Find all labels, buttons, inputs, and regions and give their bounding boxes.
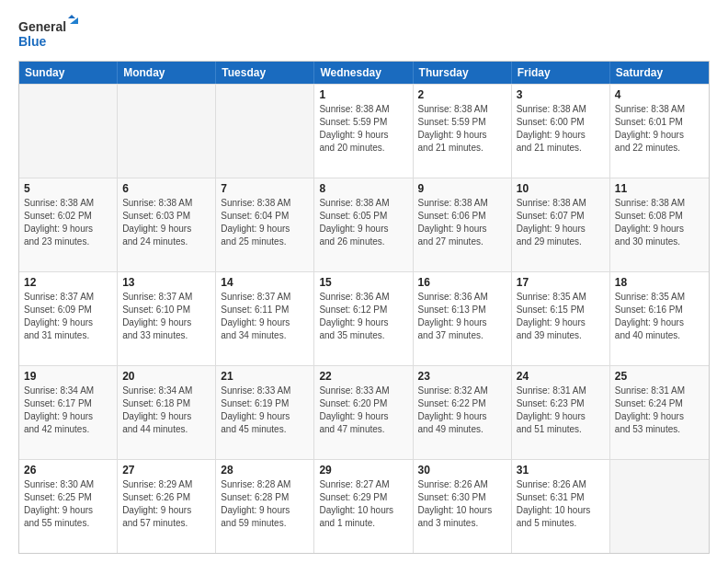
day-number: 13 xyxy=(122,276,210,289)
calendar-cell: 12Sunrise: 8:37 AM Sunset: 6:09 PM Dayli… xyxy=(19,272,118,365)
calendar-cell: 6Sunrise: 8:38 AM Sunset: 6:03 PM Daylig… xyxy=(118,178,216,271)
svg-text:Blue: Blue xyxy=(18,34,47,49)
day-number: 7 xyxy=(221,182,309,195)
day-number: 18 xyxy=(615,276,704,289)
calendar-cell: 11Sunrise: 8:38 AM Sunset: 6:08 PM Dayli… xyxy=(610,178,709,271)
day-number: 29 xyxy=(319,464,407,477)
calendar-cell: 2Sunrise: 8:38 AM Sunset: 5:59 PM Daylig… xyxy=(414,85,512,178)
calendar-cell: 23Sunrise: 8:32 AM Sunset: 6:22 PM Dayli… xyxy=(414,366,512,459)
day-number: 28 xyxy=(221,464,309,477)
calendar-cell: 21Sunrise: 8:33 AM Sunset: 6:19 PM Dayli… xyxy=(216,366,314,459)
day-info: Sunrise: 8:36 AM Sunset: 6:13 PM Dayligh… xyxy=(418,291,506,342)
weekday-header: Tuesday xyxy=(216,62,314,84)
day-number: 4 xyxy=(615,88,704,101)
day-info: Sunrise: 8:32 AM Sunset: 6:22 PM Dayligh… xyxy=(418,385,506,436)
day-number: 10 xyxy=(517,182,605,195)
day-info: Sunrise: 8:38 AM Sunset: 6:07 PM Dayligh… xyxy=(517,197,605,248)
day-info: Sunrise: 8:38 AM Sunset: 5:59 PM Dayligh… xyxy=(319,103,407,155)
calendar-row: 12Sunrise: 8:37 AM Sunset: 6:09 PM Dayli… xyxy=(19,271,709,365)
day-number: 23 xyxy=(418,370,506,383)
day-number: 17 xyxy=(517,276,605,289)
calendar-cell: 24Sunrise: 8:31 AM Sunset: 6:23 PM Dayli… xyxy=(512,366,610,459)
day-number: 9 xyxy=(418,182,506,195)
day-number: 2 xyxy=(418,88,506,101)
day-info: Sunrise: 8:36 AM Sunset: 6:12 PM Dayligh… xyxy=(319,291,407,342)
logo: General Blue xyxy=(18,15,83,52)
calendar-header: SundayMondayTuesdayWednesdayThursdayFrid… xyxy=(19,62,709,84)
day-info: Sunrise: 8:38 AM Sunset: 6:08 PM Dayligh… xyxy=(615,197,704,248)
day-info: Sunrise: 8:34 AM Sunset: 6:17 PM Dayligh… xyxy=(24,385,112,436)
day-info: Sunrise: 8:38 AM Sunset: 6:03 PM Dayligh… xyxy=(122,197,210,248)
day-info: Sunrise: 8:37 AM Sunset: 6:10 PM Dayligh… xyxy=(122,291,210,342)
svg-marker-3 xyxy=(70,17,78,24)
day-info: Sunrise: 8:38 AM Sunset: 6:01 PM Dayligh… xyxy=(615,103,704,155)
calendar-cell: 18Sunrise: 8:35 AM Sunset: 6:16 PM Dayli… xyxy=(610,272,709,365)
day-info: Sunrise: 8:26 AM Sunset: 6:30 PM Dayligh… xyxy=(418,478,506,530)
calendar-cell: 27Sunrise: 8:29 AM Sunset: 6:26 PM Dayli… xyxy=(118,460,216,553)
calendar-cell: 7Sunrise: 8:38 AM Sunset: 6:04 PM Daylig… xyxy=(216,178,314,271)
weekday-header: Saturday xyxy=(610,62,709,84)
day-number: 22 xyxy=(319,370,407,383)
day-number: 12 xyxy=(24,276,112,289)
day-number: 16 xyxy=(418,276,506,289)
day-info: Sunrise: 8:29 AM Sunset: 6:26 PM Dayligh… xyxy=(122,478,210,530)
calendar-row: 19Sunrise: 8:34 AM Sunset: 6:17 PM Dayli… xyxy=(19,365,709,459)
day-number: 31 xyxy=(517,464,605,477)
calendar-row: 1Sunrise: 8:38 AM Sunset: 5:59 PM Daylig… xyxy=(19,84,709,178)
svg-marker-2 xyxy=(68,15,75,18)
day-info: Sunrise: 8:38 AM Sunset: 6:06 PM Dayligh… xyxy=(418,197,506,248)
day-number: 26 xyxy=(24,464,112,477)
day-info: Sunrise: 8:34 AM Sunset: 6:18 PM Dayligh… xyxy=(122,385,210,436)
calendar: SundayMondayTuesdayWednesdayThursdayFrid… xyxy=(18,61,710,554)
calendar-cell xyxy=(610,460,709,553)
day-info: Sunrise: 8:35 AM Sunset: 6:16 PM Dayligh… xyxy=(615,291,704,342)
day-info: Sunrise: 8:37 AM Sunset: 6:09 PM Dayligh… xyxy=(24,291,112,342)
day-number: 27 xyxy=(122,464,210,477)
day-info: Sunrise: 8:38 AM Sunset: 6:00 PM Dayligh… xyxy=(517,103,605,155)
day-info: Sunrise: 8:26 AM Sunset: 6:31 PM Dayligh… xyxy=(517,478,605,530)
calendar-cell: 26Sunrise: 8:30 AM Sunset: 6:25 PM Dayli… xyxy=(19,460,118,553)
page-header: General Blue xyxy=(18,15,710,52)
calendar-cell: 25Sunrise: 8:31 AM Sunset: 6:24 PM Dayli… xyxy=(610,366,709,459)
day-info: Sunrise: 8:33 AM Sunset: 6:19 PM Dayligh… xyxy=(221,385,309,436)
calendar-cell: 5Sunrise: 8:38 AM Sunset: 6:02 PM Daylig… xyxy=(19,178,118,271)
day-number: 1 xyxy=(319,88,407,101)
day-info: Sunrise: 8:31 AM Sunset: 6:24 PM Dayligh… xyxy=(615,385,704,436)
svg-text:General: General xyxy=(18,19,66,34)
calendar-cell: 9Sunrise: 8:38 AM Sunset: 6:06 PM Daylig… xyxy=(414,178,512,271)
calendar-body: 1Sunrise: 8:38 AM Sunset: 5:59 PM Daylig… xyxy=(19,84,709,553)
calendar-cell: 8Sunrise: 8:38 AM Sunset: 6:05 PM Daylig… xyxy=(314,178,413,271)
day-number: 25 xyxy=(615,370,704,383)
day-number: 21 xyxy=(221,370,309,383)
calendar-cell: 29Sunrise: 8:27 AM Sunset: 6:29 PM Dayli… xyxy=(314,460,413,553)
day-info: Sunrise: 8:30 AM Sunset: 6:25 PM Dayligh… xyxy=(24,478,112,530)
day-info: Sunrise: 8:27 AM Sunset: 6:29 PM Dayligh… xyxy=(319,478,407,530)
day-info: Sunrise: 8:35 AM Sunset: 6:15 PM Dayligh… xyxy=(517,291,605,342)
day-info: Sunrise: 8:28 AM Sunset: 6:28 PM Dayligh… xyxy=(221,478,309,530)
calendar-cell: 1Sunrise: 8:38 AM Sunset: 5:59 PM Daylig… xyxy=(314,85,413,178)
calendar-cell: 13Sunrise: 8:37 AM Sunset: 6:10 PM Dayli… xyxy=(118,272,216,365)
weekday-header: Monday xyxy=(118,62,216,84)
day-number: 19 xyxy=(24,370,112,383)
calendar-cell: 15Sunrise: 8:36 AM Sunset: 6:12 PM Dayli… xyxy=(314,272,413,365)
day-info: Sunrise: 8:33 AM Sunset: 6:20 PM Dayligh… xyxy=(319,385,407,436)
day-number: 20 xyxy=(122,370,210,383)
calendar-cell: 17Sunrise: 8:35 AM Sunset: 6:15 PM Dayli… xyxy=(512,272,610,365)
weekday-header: Thursday xyxy=(414,62,512,84)
calendar-cell: 28Sunrise: 8:28 AM Sunset: 6:28 PM Dayli… xyxy=(216,460,314,553)
day-number: 8 xyxy=(319,182,407,195)
calendar-cell: 20Sunrise: 8:34 AM Sunset: 6:18 PM Dayli… xyxy=(118,366,216,459)
day-number: 24 xyxy=(517,370,605,383)
calendar-row: 26Sunrise: 8:30 AM Sunset: 6:25 PM Dayli… xyxy=(19,459,709,553)
calendar-cell: 4Sunrise: 8:38 AM Sunset: 6:01 PM Daylig… xyxy=(610,85,709,178)
day-number: 6 xyxy=(122,182,210,195)
day-number: 15 xyxy=(319,276,407,289)
logo-svg: General Blue xyxy=(18,15,83,52)
calendar-cell: 14Sunrise: 8:37 AM Sunset: 6:11 PM Dayli… xyxy=(216,272,314,365)
calendar-cell xyxy=(19,85,118,178)
weekday-header: Friday xyxy=(512,62,610,84)
day-info: Sunrise: 8:38 AM Sunset: 6:02 PM Dayligh… xyxy=(24,197,112,248)
calendar-cell xyxy=(216,85,314,178)
weekday-header: Sunday xyxy=(19,62,118,84)
day-info: Sunrise: 8:37 AM Sunset: 6:11 PM Dayligh… xyxy=(221,291,309,342)
